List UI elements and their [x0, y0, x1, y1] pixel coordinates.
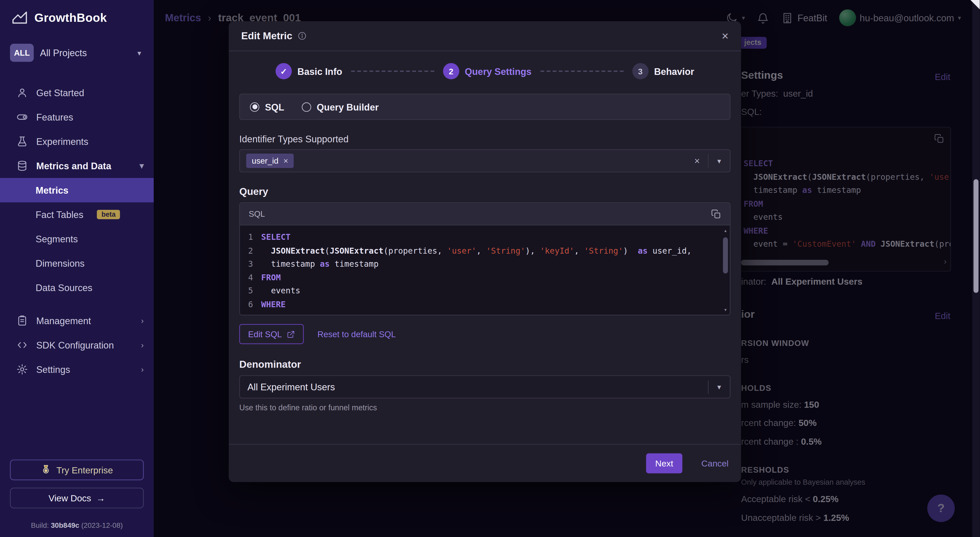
modal-body: ✓ Basic Info 2 Query Settings 3 Behavior… — [229, 51, 741, 444]
gear-icon — [16, 363, 28, 375]
sidebar-item-label: Fact Tables — [36, 209, 83, 220]
app: GrowthBook ALL All Projects ▾ Get Starte… — [0, 0, 980, 537]
scroll-down-icon[interactable]: ▾ — [724, 307, 727, 313]
chevron-down-icon[interactable]: ▾ — [708, 156, 730, 165]
step-query-settings[interactable]: 2 Query Settings — [443, 63, 531, 79]
next-button[interactable]: Next — [646, 453, 682, 473]
chevron-down-icon: ▾ — [140, 161, 144, 170]
step-number: 2 — [443, 63, 459, 79]
code-icon — [16, 339, 28, 351]
sidebar-item-features[interactable]: Features — [0, 105, 154, 129]
denominator-label: Denominator — [239, 359, 730, 370]
sidebar-item-label: Metrics — [36, 185, 68, 195]
sidebar-item-segments[interactable]: Segments — [0, 227, 154, 251]
identifier-tag-label: user_id — [252, 156, 278, 166]
chevron-right-icon: › — [141, 316, 144, 326]
identifier-types-multiselect[interactable]: user_id × × ▾ — [239, 149, 730, 172]
query-section-label: Query — [239, 186, 730, 197]
sidebar-item-label: Segments — [36, 234, 78, 244]
sql-radio-label: SQL — [265, 102, 284, 112]
sidebar-bottom: Try Enterprise View Docs → Build: 30b849… — [0, 459, 154, 537]
chevron-down-icon: ▾ — [138, 48, 142, 57]
sidebar-item-label: Features — [36, 112, 73, 122]
sql-radio[interactable]: SQL — [250, 102, 284, 112]
sql-editor-header: SQL — [240, 203, 730, 226]
query-type-selector: SQL Query Builder — [239, 94, 730, 120]
sidebar-item-get-started[interactable]: Get Started — [0, 81, 154, 105]
sidebar-item-management[interactable]: Management › — [0, 308, 154, 333]
project-selector[interactable]: ALL All Projects ▾ — [8, 41, 146, 64]
editor-scrollbar-thumb[interactable] — [723, 237, 728, 273]
sidebar-item-label: Experiments — [36, 136, 88, 147]
sidebar: GrowthBook ALL All Projects ▾ Get Starte… — [0, 0, 154, 537]
info-icon — [298, 31, 307, 41]
growthbook-logo[interactable]: GrowthBook — [0, 0, 154, 33]
project-selector-label: All Projects — [40, 48, 131, 58]
step-number: 3 — [632, 63, 649, 79]
sql-editor: SQL 1SELECT2 JSONExtract(JSONExtract(pro… — [239, 202, 730, 315]
arrow-right-icon: → — [96, 493, 105, 503]
sql-actions: Edit SQL Reset to default SQL — [239, 324, 730, 344]
view-docs-button[interactable]: View Docs → — [10, 488, 144, 508]
try-enterprise-button[interactable]: Try Enterprise — [10, 459, 144, 480]
check-icon: ✓ — [275, 63, 292, 79]
sidebar-item-experiments[interactable]: Experiments — [0, 129, 154, 154]
sidebar-item-label: Dimensions — [36, 258, 85, 268]
sidebar-item-metrics-and-data[interactable]: Metrics and Data ▾ — [0, 154, 154, 178]
query-builder-radio[interactable]: Query Builder — [302, 102, 379, 112]
scroll-up-icon[interactable]: ▴ — [724, 227, 727, 234]
corner-decoration — [970, 0, 980, 10]
identifier-types-label: Identifier Types Supported — [239, 133, 730, 144]
modal-title: Edit Metric — [241, 30, 292, 41]
sidebar-item-label: Management — [36, 315, 91, 326]
build-info: Build: 30b849c (2023-12-08) — [10, 521, 144, 537]
sidebar-item-label: Metrics and Data — [36, 160, 111, 171]
edit-metric-modal: Edit Metric × ✓ Basic Info 2 Query Setti… — [229, 21, 741, 482]
editor-scrollbar[interactable]: ▴ ▾ — [722, 227, 729, 313]
denominator-help: Use this to define ratio or funnel metri… — [239, 404, 730, 412]
edit-sql-label: Edit SQL — [248, 329, 282, 339]
chevron-down-icon[interactable]: ▾ — [708, 382, 730, 391]
radio-unselected-icon — [302, 102, 311, 111]
page-scrollbar[interactable] — [972, 0, 980, 537]
copy-icon[interactable] — [711, 209, 721, 219]
sidebar-item-dimensions[interactable]: Dimensions — [0, 251, 154, 275]
project-badge: ALL — [10, 44, 34, 62]
sidebar-item-settings[interactable]: Settings › — [0, 357, 154, 381]
sidebar-item-metrics[interactable]: Metrics — [0, 178, 154, 202]
step-behavior[interactable]: 3 Behavior — [632, 63, 694, 79]
chevron-right-icon: › — [141, 365, 144, 374]
nav-divider — [0, 300, 154, 308]
radio-selected-icon — [250, 102, 259, 111]
chevron-right-icon: › — [141, 340, 144, 350]
step-connector — [351, 70, 434, 72]
sql-code: 1SELECT2 JSONExtract(JSONExtract(propert… — [240, 230, 730, 311]
page-scrollbar-thumb[interactable] — [974, 179, 978, 293]
remove-tag-icon[interactable]: × — [283, 157, 288, 165]
reset-sql-button[interactable]: Reset to default SQL — [311, 329, 402, 339]
denominator-select[interactable]: All Experiment Users ▾ — [239, 375, 730, 398]
step-connector — [540, 70, 623, 72]
wizard-stepper: ✓ Basic Info 2 Query Settings 3 Behavior — [239, 61, 730, 81]
edit-sql-button[interactable]: Edit SQL — [239, 324, 304, 344]
medal-icon — [41, 465, 51, 475]
step-label: Query Settings — [465, 66, 531, 76]
sidebar-nav: Get Started Features Experiments Metrics… — [0, 81, 154, 381]
modal-footer: Next Cancel — [229, 444, 741, 482]
select-controls: ▾ — [708, 376, 730, 398]
sidebar-item-data-sources[interactable]: Data Sources — [0, 275, 154, 300]
identifier-tag: user_id × — [246, 154, 294, 168]
beta-badge: beta — [97, 210, 120, 219]
try-enterprise-label: Try Enterprise — [56, 465, 113, 475]
cancel-button[interactable]: Cancel — [701, 458, 729, 468]
sidebar-item-fact-tables[interactable]: Fact Tables beta — [0, 202, 154, 227]
sidebar-item-sdk-configuration[interactable]: SDK Configuration › — [0, 333, 154, 357]
step-basic-info[interactable]: ✓ Basic Info — [275, 63, 342, 79]
close-icon[interactable]: × — [722, 30, 729, 42]
logo-text: GrowthBook — [34, 11, 107, 25]
step-label: Behavior — [654, 66, 694, 76]
denominator-value: All Experiment Users — [247, 381, 335, 392]
sidebar-item-label: Get Started — [36, 87, 84, 98]
query-builder-radio-label: Query Builder — [317, 102, 379, 112]
clear-all-icon[interactable]: × — [686, 156, 708, 166]
